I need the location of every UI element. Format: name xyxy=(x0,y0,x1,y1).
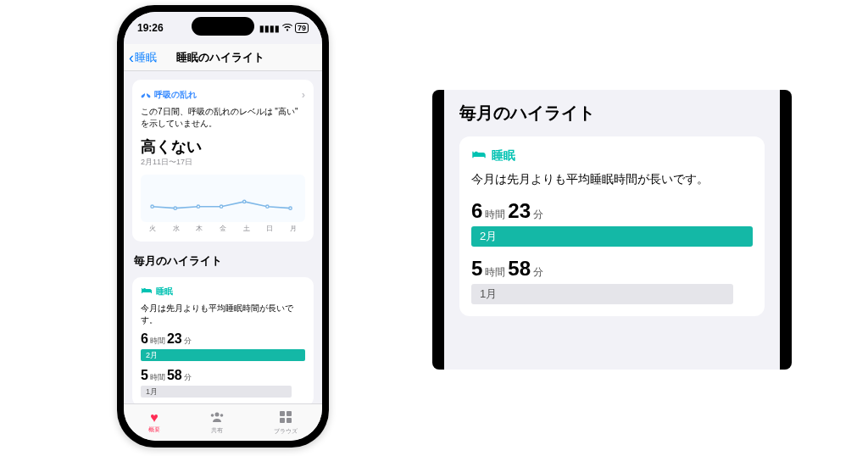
zoom-row-1-bar: 1月 xyxy=(471,284,733,304)
svg-point-12 xyxy=(266,206,268,208)
zoom-row-0-bar: 2月 xyxy=(471,226,753,247)
heart-icon: ♥ xyxy=(150,411,159,425)
svg-point-7 xyxy=(152,206,153,208)
svg-rect-18 xyxy=(287,411,292,416)
nav-title: 睡眠のハイライト xyxy=(124,50,317,65)
monthly-section-title: 毎月のハイライト xyxy=(132,253,314,269)
dynamic-island xyxy=(192,17,254,36)
sleep-tag: 睡眠 xyxy=(141,286,305,298)
zoom-row-0-duration: 6時間 23分 xyxy=(471,199,753,223)
zoom-content: 毎月のハイライト 睡眠 今月は先月よりも平均睡眠時間が長いです。 6時間 23分… xyxy=(444,90,780,370)
month-row-0-duration: 6時間 23分 xyxy=(141,331,305,347)
breathing-tag: 呼吸の乱れ › xyxy=(141,88,305,101)
svg-rect-20 xyxy=(287,418,292,423)
svg-point-9 xyxy=(198,206,199,208)
status-right: ▮▮▮▮ 79 xyxy=(259,23,309,33)
rail-right xyxy=(780,90,792,370)
breathing-value: 高くない xyxy=(141,136,305,157)
breathing-range: 2月11日〜17日 xyxy=(141,157,305,168)
svg-point-13 xyxy=(290,208,292,209)
lungs-icon xyxy=(141,90,151,100)
grid-icon xyxy=(279,410,292,426)
svg-point-15 xyxy=(211,414,214,417)
zoom-panel: 毎月のハイライト 睡眠 今月は先月よりも平均睡眠時間が長いです。 6時間 23分… xyxy=(432,90,792,370)
zoom-row-1-duration: 5時間 58分 xyxy=(471,257,753,281)
month-row-1-duration: 5時間 58分 xyxy=(141,368,305,383)
chart-xaxis: 火水 木金 土日 月 xyxy=(141,224,305,233)
breathing-chart xyxy=(141,175,305,222)
breathing-card[interactable]: 呼吸の乱れ › この7日間、呼吸の乱れのレベルは "高い" を示していません。 … xyxy=(132,80,314,242)
wifi-icon xyxy=(282,24,292,33)
zoom-sleep-tag: 睡眠 xyxy=(471,148,753,164)
monthly-card[interactable]: 睡眠 今月は先月よりも平均睡眠時間が長いです。 6時間 23分 2月 5時間 5… xyxy=(132,277,314,403)
tab-bar: ♥ 概要 共有 ブラウズ xyxy=(124,403,322,441)
svg-rect-17 xyxy=(280,411,285,416)
sleep-tag-label: 睡眠 xyxy=(156,286,173,298)
svg-point-11 xyxy=(243,201,245,203)
signal-icon: ▮▮▮▮ xyxy=(259,24,280,33)
breathing-summary: この7日間、呼吸の乱れのレベルは "高い" を示していません。 xyxy=(141,106,305,130)
content-scroll[interactable]: 呼吸の乱れ › この7日間、呼吸の乱れのレベルは "高い" を示していません。 … xyxy=(124,71,322,403)
nav-bar: ‹ 睡眠 睡眠のハイライト xyxy=(124,44,322,71)
breathing-tag-label: 呼吸の乱れ xyxy=(154,89,197,101)
month-row-1-bar: 1月 xyxy=(141,386,292,398)
svg-point-10 xyxy=(220,206,222,208)
rail-left xyxy=(432,90,444,370)
monthly-desc: 今月は先月よりも平均睡眠時間が長いです。 xyxy=(141,303,305,326)
month-row-0-bar: 2月 xyxy=(141,349,305,361)
status-time: 19:26 xyxy=(137,22,164,34)
tab-browse[interactable]: ブラウズ xyxy=(274,410,298,436)
zoom-monthly-desc: 今月は先月よりも平均睡眠時間が長いです。 xyxy=(471,172,753,187)
tab-share[interactable]: 共有 xyxy=(209,411,225,435)
bed-icon xyxy=(141,286,153,297)
zoom-monthly-card[interactable]: 睡眠 今月は先月よりも平均睡眠時間が長いです。 6時間 23分 2月 5時間 5… xyxy=(459,136,765,316)
bed-icon xyxy=(471,149,487,163)
svg-point-8 xyxy=(175,208,176,209)
people-icon xyxy=(209,411,225,425)
phone-frame: 19:26 ▮▮▮▮ 79 ‹ 睡眠 睡眠のハイライト xyxy=(117,5,329,448)
tab-summary[interactable]: ♥ 概要 xyxy=(148,411,160,434)
zoom-section-title: 毎月のハイライト xyxy=(459,102,765,125)
chevron-right-icon: › xyxy=(302,88,305,101)
battery-icon: 79 xyxy=(295,23,309,33)
svg-point-14 xyxy=(215,412,220,416)
screen: 19:26 ▮▮▮▮ 79 ‹ 睡眠 睡眠のハイライト xyxy=(124,12,322,441)
zoom-sleep-tag-label: 睡眠 xyxy=(492,148,515,164)
svg-rect-19 xyxy=(280,418,285,423)
svg-point-16 xyxy=(220,414,224,417)
